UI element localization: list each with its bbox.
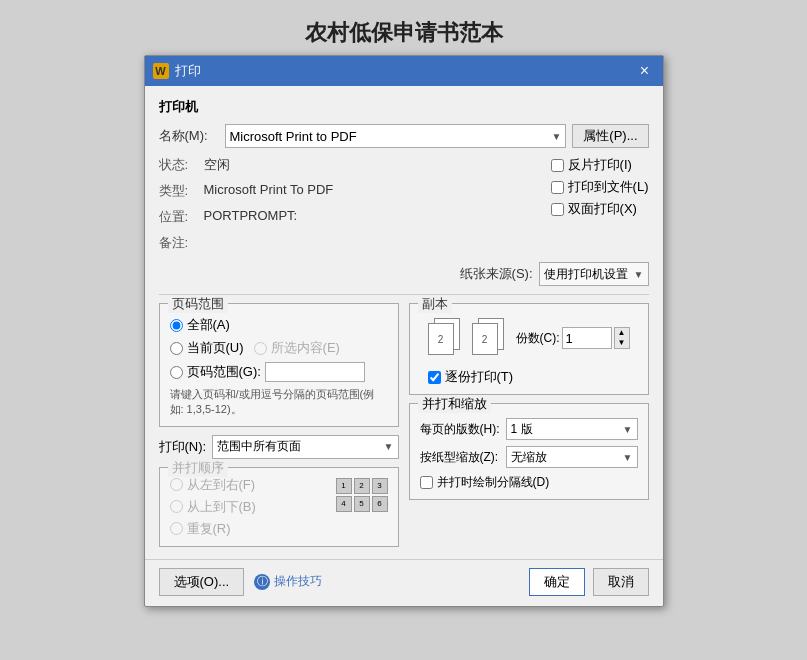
print-n-select[interactable]: 范围中所有页面 ▼ (212, 435, 398, 459)
footer-left-area: 选项(O)... ⓘ 操作技巧 (159, 568, 323, 596)
type-label: 类型: (159, 182, 204, 200)
print-to-file-checkbox-row[interactable]: 打印到文件(L) (551, 178, 649, 196)
hint-icon: ⓘ (254, 574, 270, 590)
printer-name-value: Microsoft Print to PDF (230, 129, 357, 144)
repeat-radio (170, 522, 183, 535)
scale-row: 按纸型缩放(Z): 无缩放 ▼ (420, 446, 638, 468)
top-bottom-radio-row[interactable]: 从上到下(B) (170, 498, 256, 516)
duplex-checkbox[interactable] (551, 203, 564, 216)
print-to-file-checkbox[interactable] (551, 181, 564, 194)
dialog-title-text: 打印 (175, 62, 201, 80)
left-right-radio-row[interactable]: 从左到右(F) (170, 476, 256, 494)
scale-arrow-icon: ▼ (623, 452, 633, 463)
grid-cell-2: 2 (354, 478, 370, 494)
page-front-1: 2 (428, 323, 454, 355)
reverse-print-checkbox[interactable] (551, 159, 564, 172)
all-pages-radio-row[interactable]: 全部(A) (170, 316, 388, 334)
collate-radios: 从左到右(F) 从上到下(B) 重复(R) (170, 476, 256, 538)
reverse-print-label: 反片打印(I) (568, 156, 632, 174)
draw-lines-checkbox[interactable] (420, 476, 433, 489)
page-range-group: 页码范围 全部(A) 当前页(U) (159, 303, 399, 427)
scale-select[interactable]: 无缩放 ▼ (506, 446, 638, 468)
dialog-titlebar: W 打印 × (145, 56, 663, 86)
all-pages-radio[interactable] (170, 319, 183, 332)
selection-radio-row[interactable]: 所选内容(E) (254, 339, 340, 357)
repeat-radio-row[interactable]: 重复(R) (170, 520, 256, 538)
per-page-value: 1 版 (511, 421, 533, 438)
range-radio[interactable] (170, 366, 183, 379)
paper-source-value: 使用打印机设置 (544, 266, 628, 283)
collate-order-group: 并打顺序 从左到右(F) 从上到下(B) (159, 467, 399, 547)
per-page-arrow-icon: ▼ (623, 424, 633, 435)
paper-source-select[interactable]: 使用打印机设置 ▼ (539, 262, 649, 286)
printer-name-row: 名称(M): Microsoft Print to PDF ▼ 属性(P)... (159, 124, 649, 148)
draw-lines-label: 并打时绘制分隔线(D) (437, 474, 550, 491)
collate-checkbox[interactable] (428, 371, 441, 384)
printer-name-select[interactable]: Microsoft Print to PDF ▼ (225, 124, 567, 148)
printer-info-area: 状态: 空闲 类型: Microsoft Print To PDF 位置: PO… (159, 156, 649, 256)
collate-content: 从左到右(F) 从上到下(B) 重复(R) (170, 476, 388, 538)
copies-spinner: ▲ ▼ (614, 327, 630, 349)
top-bottom-label: 从上到下(B) (187, 498, 256, 516)
page-range-hint: 请键入页码和/或用逗号分隔的页码范围(例如: 1,3,5-12)。 (170, 387, 388, 418)
status-row: 状态: 空闲 (159, 156, 541, 174)
duplex-checkbox-row[interactable]: 双面打印(X) (551, 200, 649, 218)
cancel-button[interactable]: 取消 (593, 568, 649, 596)
merge-content: 每页的版数(H): 1 版 ▼ 按纸型缩放(Z): 无缩放 ▼ (420, 418, 638, 491)
copies-group-label: 副本 (418, 295, 452, 313)
print-to-file-label: 打印到文件(L) (568, 178, 649, 196)
dialog-body: 打印机 名称(M): Microsoft Print to PDF ▼ 属性(P… (145, 86, 663, 559)
location-label: 位置: (159, 208, 204, 226)
per-page-select[interactable]: 1 版 ▼ (506, 418, 638, 440)
name-label: 名称(M): (159, 127, 219, 145)
range-radio-row[interactable]: 页码范围(G): (170, 362, 388, 382)
draw-lines-checkbox-row[interactable]: 并打时绘制分隔线(D) (420, 474, 638, 491)
dialog-footer: 选项(O)... ⓘ 操作技巧 确定 取消 (145, 559, 663, 606)
page-front-2: 2 (472, 323, 498, 355)
grid-cell-3: 3 (372, 478, 388, 494)
right-column: 副本 3 2 3 2 (409, 303, 649, 547)
copies-label: 份数(C): (516, 330, 560, 347)
per-page-row: 每页的版数(H): 1 版 ▼ (420, 418, 638, 440)
close-button[interactable]: × (635, 61, 655, 81)
grid-cell-6: 6 (372, 496, 388, 512)
scale-value: 无缩放 (511, 449, 547, 466)
top-bottom-radio (170, 500, 183, 513)
copies-down-button[interactable]: ▼ (615, 338, 629, 348)
current-page-radio-row[interactable]: 当前页(U) (170, 339, 244, 357)
note-row: 备注: (159, 234, 541, 252)
printer-section-header: 打印机 (159, 98, 649, 116)
type-value: Microsoft Print To PDF (204, 182, 334, 197)
print-n-arrow-icon: ▼ (384, 441, 394, 452)
dialog-title-area: W 打印 (153, 62, 201, 80)
printer-info-left: 状态: 空闲 类型: Microsoft Print To PDF 位置: PO… (159, 156, 541, 256)
paper-source-label: 纸张来源(S): (460, 265, 533, 283)
options-button[interactable]: 选项(O)... (159, 568, 245, 596)
left-right-radio (170, 478, 183, 491)
print-n-row: 打印(N): 范围中所有页面 ▼ (159, 435, 399, 459)
paper-source-arrow-icon: ▼ (634, 269, 644, 280)
hint-area[interactable]: ⓘ 操作技巧 (254, 573, 322, 590)
divider (159, 294, 649, 295)
page-range-group-label: 页码范围 (168, 295, 228, 313)
page-range-input[interactable] (265, 362, 365, 382)
ok-button[interactable]: 确定 (529, 568, 585, 596)
copies-up-button[interactable]: ▲ (615, 328, 629, 338)
merge-group-label: 并打和缩放 (418, 395, 491, 413)
print-n-label: 打印(N): (159, 438, 207, 456)
grid-cell-5: 5 (354, 496, 370, 512)
all-pages-label: 全部(A) (187, 316, 230, 334)
collate-checkbox-row[interactable]: 逐份打印(T) (428, 368, 638, 386)
reverse-print-checkbox-row[interactable]: 反片打印(I) (551, 156, 649, 174)
selection-radio (254, 342, 267, 355)
copies-input[interactable] (562, 327, 612, 349)
properties-button[interactable]: 属性(P)... (572, 124, 648, 148)
dialog-overlay: W 打印 × 打印机 名称(M): Microsoft Print to PDF… (0, 0, 807, 660)
printer-select-arrow-icon: ▼ (551, 131, 561, 142)
location-value: PORTPROMPT: (204, 208, 298, 223)
current-page-label: 当前页(U) (187, 339, 244, 357)
collate-checkbox-label: 逐份打印(T) (445, 368, 514, 386)
current-page-radio[interactable] (170, 342, 183, 355)
print-dialog: W 打印 × 打印机 名称(M): Microsoft Print to PDF… (144, 55, 664, 607)
copies-group: 副本 3 2 3 2 (409, 303, 649, 395)
